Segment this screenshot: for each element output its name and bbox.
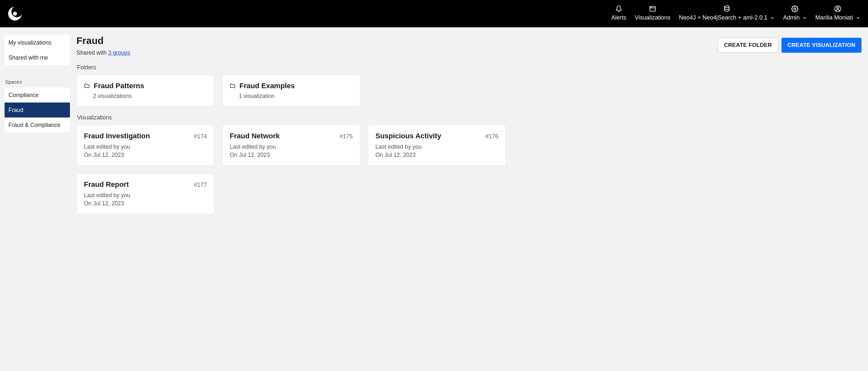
chevron-down-icon bbox=[770, 16, 775, 20]
bell-icon bbox=[615, 5, 622, 13]
folder-icon bbox=[230, 83, 236, 89]
visualization-card[interactable]: Fraud Investigation #174 Last edited by … bbox=[76, 125, 214, 166]
visualization-title: Fraud Investigation bbox=[84, 132, 150, 140]
shared-with: Shared with 3 groups bbox=[76, 50, 718, 56]
nav-visualizations-label: Visualizations bbox=[635, 14, 671, 21]
visualization-title: Fraud Network bbox=[230, 132, 280, 140]
visualization-id: #177 bbox=[194, 182, 207, 188]
svg-point-6 bbox=[724, 6, 730, 8]
visualization-editor: Last edited by you bbox=[84, 143, 207, 151]
visualization-date: On Jul 12, 2023 bbox=[230, 151, 353, 159]
visualization-editor: Last edited by you bbox=[375, 143, 498, 151]
nav-admin[interactable]: Admin bbox=[783, 5, 807, 23]
folder-card[interactable]: Fraud Patterns 2 visualizations bbox=[76, 75, 214, 106]
page-title: Fraud bbox=[76, 35, 718, 46]
nav-user[interactable]: Marilia Moniati bbox=[815, 5, 860, 23]
main-content: Fraud Shared with 3 groups Create Folder… bbox=[70, 27, 868, 227]
chevron-down-icon bbox=[802, 16, 807, 20]
topbar: Alerts Visualizations Neo4J bbox=[0, 0, 868, 27]
folder-subtitle: 1 visualization bbox=[230, 93, 353, 100]
folders-heading: Folders bbox=[77, 64, 862, 71]
nav-alerts[interactable]: Alerts bbox=[611, 5, 626, 23]
sidebar-item-compliance[interactable]: Compliance bbox=[5, 88, 70, 102]
visualizations-grid: Fraud Investigation #174 Last edited by … bbox=[76, 125, 862, 214]
folder-card[interactable]: Fraud Examples 1 visualization bbox=[222, 75, 360, 106]
visualization-title: Fraud Report bbox=[84, 180, 129, 189]
folder-title: Fraud Patterns bbox=[94, 82, 144, 90]
visualization-editor: Last edited by you bbox=[84, 191, 207, 199]
svg-point-9 bbox=[837, 7, 839, 9]
nav-datasource-label: Neo4J + Neo4jSearch + aml-2.0.1 bbox=[679, 14, 768, 21]
sidebar-item-fraud-compliance[interactable]: Fraud & Compliance bbox=[5, 118, 70, 132]
sidebar-item-my-visualizations[interactable]: My visualizations bbox=[5, 35, 70, 50]
topbar-nav: Alerts Visualizations Neo4J bbox=[611, 5, 860, 23]
visualization-id: #176 bbox=[486, 133, 498, 140]
nav-alerts-label: Alerts bbox=[611, 14, 626, 21]
visualization-card[interactable]: Suspicious Activity #176 Last edited by … bbox=[368, 125, 506, 166]
create-visualization-button[interactable]: Create Visualization bbox=[781, 38, 862, 53]
nav-datasource[interactable]: Neo4J + Neo4jSearch + aml-2.0.1 bbox=[679, 5, 775, 23]
database-icon bbox=[723, 5, 731, 13]
sidebar-item-shared-with-me[interactable]: Shared with me bbox=[5, 50, 70, 65]
svg-point-2 bbox=[13, 12, 17, 16]
sidebar-spaces-heading: Spaces bbox=[5, 79, 70, 88]
nav-admin-label: Admin bbox=[783, 14, 800, 21]
visualization-id: #175 bbox=[340, 133, 353, 140]
nav-visualizations[interactable]: Visualizations bbox=[635, 5, 671, 23]
folder-subtitle: 2 visualizations bbox=[84, 93, 207, 100]
sidebar: My visualizations Shared with me Spaces … bbox=[0, 27, 70, 227]
shared-prefix: Shared with bbox=[76, 50, 108, 56]
visualization-card[interactable]: Fraud Network #175 Last edited by you On… bbox=[222, 125, 360, 166]
app-logo[interactable] bbox=[8, 6, 22, 21]
gear-icon bbox=[791, 5, 798, 13]
visualization-title: Suspicious Activity bbox=[375, 132, 441, 140]
visualization-date: On Jul 12, 2023 bbox=[84, 199, 207, 208]
sidebar-item-fraud[interactable]: Fraud bbox=[5, 102, 70, 118]
visualization-editor: Last edited by you bbox=[230, 143, 353, 151]
visualization-card[interactable]: Fraud Report #177 Last edited by you On … bbox=[76, 174, 214, 214]
svg-rect-3 bbox=[650, 6, 656, 11]
chevron-down-icon bbox=[856, 16, 860, 20]
visualization-date: On Jul 12, 2023 bbox=[84, 151, 207, 159]
create-folder-button[interactable]: Create Folder bbox=[718, 38, 778, 53]
dashboard-icon bbox=[649, 5, 656, 13]
nav-user-label: Marilia Moniati bbox=[815, 14, 853, 21]
svg-point-7 bbox=[794, 8, 796, 10]
visualizations-heading: Visualizations bbox=[77, 114, 862, 121]
folder-title: Fraud Examples bbox=[240, 82, 295, 90]
shared-groups-link[interactable]: 3 groups bbox=[108, 50, 130, 56]
user-icon bbox=[834, 5, 841, 13]
folder-icon bbox=[84, 83, 90, 89]
visualization-id: #174 bbox=[194, 133, 207, 140]
folders-grid: Fraud Patterns 2 visualizations Fraud Ex… bbox=[76, 75, 862, 106]
visualization-date: On Jul 12, 2023 bbox=[375, 151, 498, 159]
